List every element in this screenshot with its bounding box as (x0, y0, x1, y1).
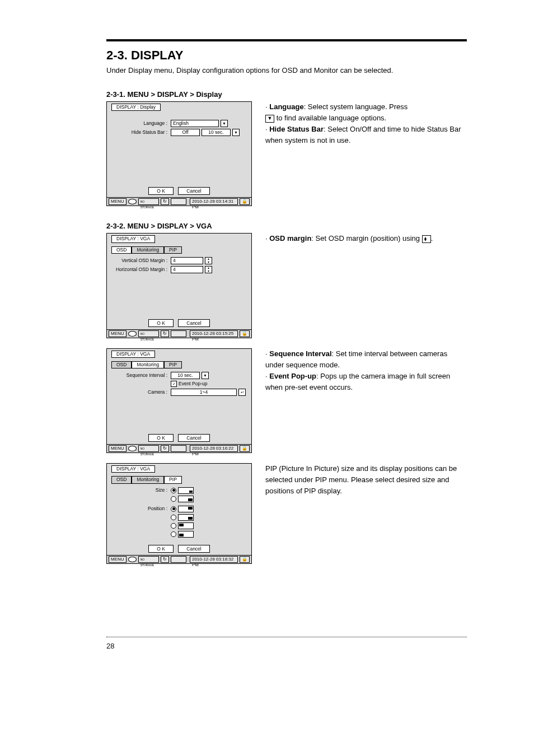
vmargin-label: Vertical OSD Margin : (111, 258, 169, 263)
display-panel: DISPLAY : Display Language : English ▼ H… (106, 101, 252, 206)
pos-option-br (178, 514, 194, 521)
menu-button[interactable]: MENU (109, 198, 127, 205)
status-blank (171, 445, 186, 452)
spinner-icon[interactable]: ▴▾ (205, 266, 212, 273)
pos-option-tr (178, 506, 194, 512)
status-blank (171, 198, 186, 205)
dropdown-icon: ▼ (265, 115, 274, 123)
camera-icon (128, 199, 137, 204)
pos-radio-3[interactable] (171, 523, 176, 529)
hide-off-field[interactable]: Off (171, 129, 200, 136)
panel-title: DISPLAY : VGA (111, 351, 155, 358)
enter-icon[interactable]: ↵ (238, 389, 246, 396)
hide-statusbar-label: Hide Status Bar : (111, 130, 169, 135)
hide-statusbar-desc: Hide Status Bar: Select On/Off and time … (265, 124, 467, 146)
menu-button[interactable]: MENU (109, 445, 127, 452)
tab-osd[interactable]: OSD (111, 246, 132, 254)
language-desc: Language: Select system language. Press (265, 101, 467, 113)
language-desc-line2: ▼ to find available language options. (265, 113, 467, 124)
camera-icon (128, 446, 137, 451)
status-blank (171, 556, 186, 563)
refresh-icon: ↻ (161, 330, 169, 337)
sequence-field[interactable]: 10 sec. (171, 372, 200, 379)
lock-icon: 🔒 (240, 330, 250, 337)
position-label: Position : (111, 506, 169, 511)
camera-icon (128, 331, 137, 337)
ok-button[interactable]: O K (148, 545, 174, 553)
camera-field[interactable]: 1~4 (171, 389, 237, 396)
vga-pip-panel: DISPLAY : VGA OSD Monitoring PIP Size : (106, 463, 252, 564)
ok-button[interactable]: O K (148, 187, 174, 195)
cancel-button[interactable]: Cancel (178, 187, 209, 195)
size-radio-2[interactable] (171, 496, 176, 502)
tab-pip[interactable]: PIP (164, 246, 182, 254)
tab-pip[interactable]: PIP (164, 361, 182, 368)
lock-icon: 🔒 (240, 445, 250, 452)
size-option-small (178, 487, 194, 494)
panel-title: DISPLAY : Display (111, 104, 161, 111)
vga-monitoring-panel: DISPLAY : VGA OSD Monitoring PIP Sequenc… (106, 348, 252, 453)
page-number: 28 (106, 642, 467, 650)
vmargin-field[interactable]: 4 (171, 257, 203, 264)
refresh-icon: ↻ (161, 198, 169, 205)
tab-monitoring[interactable]: Monitoring (132, 246, 164, 254)
timestamp: 2010-12-28 03:15:25 PM (190, 330, 238, 337)
sequence-desc: Sequence Interval: Set time interval bet… (265, 348, 467, 371)
vga-osd-panel: DISPLAY : VGA OSD Monitoring PIP Vertica… (106, 233, 252, 338)
subsection-title: 2-3-1. MENU > DISPLAY > Display (106, 90, 467, 99)
sequence-label: Sequence Interval : (111, 373, 169, 378)
osd-margin-desc: OSD margin: Set OSD margin (position) us… (265, 233, 467, 244)
spinner-icon (422, 235, 431, 243)
subsection-title: 2-3-2. MENU > DISPLAY > VGA (106, 222, 467, 230)
cancel-button[interactable]: Cancel (178, 545, 209, 553)
camera-icon (128, 557, 137, 562)
refresh-icon: ↻ (161, 445, 169, 452)
pos-radio-4[interactable] (171, 531, 176, 537)
timestamp: 2010-12-28 03:14:31 PM (190, 198, 238, 205)
dropdown-icon[interactable]: ▼ (221, 120, 228, 127)
timestamp: 2010-12-28 03:18:32 PM (190, 556, 238, 563)
intro-text: Under Display menu, Display configuratio… (106, 66, 467, 74)
size-radio-1[interactable] (171, 488, 176, 493)
cancel-button[interactable]: Cancel (178, 319, 209, 327)
panel-title: DISPLAY : VGA (111, 235, 155, 242)
section-heading: 2-3. DISPLAY (106, 48, 467, 63)
tab-osd[interactable]: OSD (111, 361, 132, 368)
language-label: Language : (111, 121, 169, 126)
pip-desc: PIP (Picture In Picture) size and its di… (265, 463, 467, 497)
refresh-icon: ↻ (161, 556, 169, 563)
language-field[interactable]: English (171, 120, 219, 127)
lock-icon: 🔒 (240, 556, 250, 563)
tab-osd[interactable]: OSD (111, 476, 132, 483)
pos-option-bl (178, 531, 194, 538)
ok-button[interactable]: O K (148, 319, 174, 327)
menu-button[interactable]: MENU (109, 556, 127, 563)
menu-button[interactable]: MENU (109, 330, 127, 337)
pos-radio-2[interactable] (171, 515, 176, 520)
tab-pip[interactable]: PIP (164, 476, 182, 483)
panel-title: DISPLAY : VGA (111, 465, 155, 473)
lock-icon: 🔒 (240, 198, 250, 205)
spinner-icon[interactable]: ▴▾ (205, 257, 212, 264)
tab-monitoring[interactable]: Monitoring (132, 476, 164, 483)
pos-radio-1[interactable] (171, 506, 176, 512)
size-option-large (178, 496, 194, 502)
dropdown-icon[interactable]: ▼ (232, 129, 240, 136)
camera-label: Camera : (111, 390, 169, 395)
ok-button[interactable]: O K (148, 434, 174, 442)
event-popup-desc: Event Pop-up: Pops up the camera image i… (265, 371, 467, 393)
hmargin-field[interactable]: 4 (171, 266, 203, 273)
event-popup-label: Event Pop-up (179, 381, 208, 386)
hide-time-field[interactable]: 10 sec. (202, 129, 231, 136)
size-label: Size : (111, 488, 169, 493)
timestamp: 2010-12-28 03:16:22 PM (190, 445, 238, 452)
dropdown-icon[interactable]: ▼ (202, 372, 209, 379)
no-storage-badge: NO STORAGE (138, 198, 159, 205)
tab-monitoring[interactable]: Monitoring (132, 361, 164, 368)
no-storage-badge: NO STORAGE (138, 556, 159, 563)
pos-option-tl (178, 522, 194, 529)
cancel-button[interactable]: Cancel (178, 434, 209, 442)
no-storage-badge: NO STORAGE (138, 330, 159, 337)
event-popup-checkbox[interactable]: ✓ (171, 381, 177, 387)
status-blank (171, 330, 186, 337)
